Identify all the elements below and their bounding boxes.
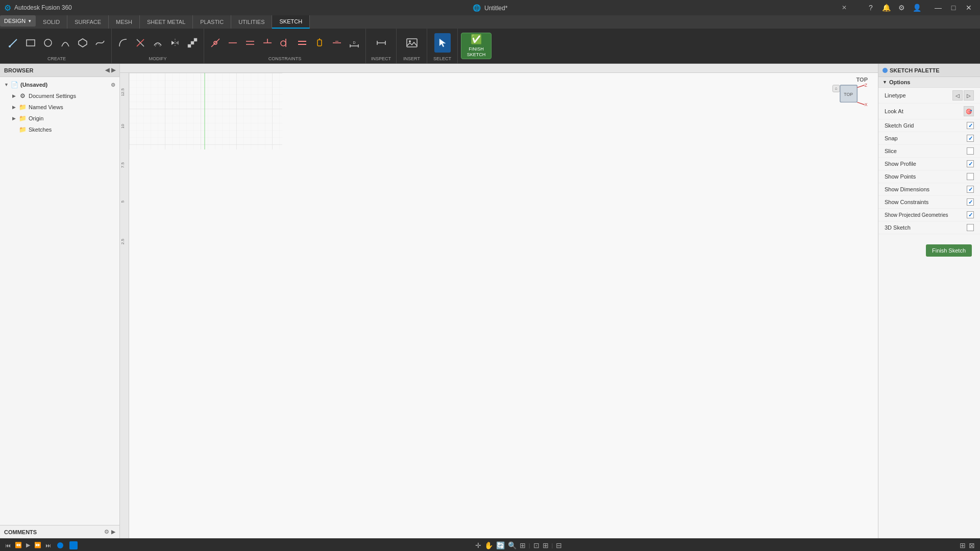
tangent-btn[interactable] [277, 33, 293, 53]
browser-item-doc-settings[interactable]: ▶ ⚙ Document Settings [0, 90, 119, 102]
3d-sketch-checkbox[interactable] [967, 224, 974, 231]
show-projected-checkbox[interactable] [967, 211, 974, 218]
browser-item-named-views[interactable]: ▶ 📁 Named Views [0, 102, 119, 113]
equal-btn[interactable] [294, 33, 310, 53]
finish-sketch-check-icon: ✅ [471, 34, 482, 45]
browser-expand-icon[interactable]: ◀ [105, 67, 109, 73]
trim-btn[interactable] [132, 33, 149, 53]
3d-sketch-label: 3D Sketch [885, 224, 911, 231]
dimension-btn[interactable]: D [346, 33, 362, 53]
mirror-btn[interactable] [167, 33, 183, 53]
rectangle-tool-btn[interactable] [22, 33, 39, 53]
palette-options-section[interactable]: ▼ Options [878, 77, 980, 88]
show-dimensions-checkbox[interactable] [967, 186, 974, 193]
snap-checkbox[interactable] [967, 135, 974, 142]
layout-icon-2[interactable]: ⊠ [969, 541, 975, 549]
tab-solid[interactable]: SOLID [36, 15, 67, 29]
insert-image-btn[interactable] [404, 33, 420, 53]
sketch-canvas[interactable] [129, 73, 282, 149]
polygon-tool-btn[interactable] [75, 33, 91, 53]
svg-text:TOP: TOP [844, 92, 853, 97]
line-tool-btn[interactable] [5, 33, 21, 53]
file-icon: 📄 [10, 81, 18, 89]
nav-icon-1[interactable]: ✛ [475, 541, 481, 549]
statusbar-center: ✛ ✋ 🔄 🔍 ⊞ | ⊡ ⊞ | ⊟ [475, 541, 562, 549]
grid-icon[interactable]: ⊞ [543, 541, 549, 549]
slice-checkbox[interactable] [967, 147, 974, 155]
create-label: CREATE [47, 56, 66, 61]
finish-sketch-toolbar-btn[interactable]: ✅ FINISH SKETCH [461, 33, 492, 59]
maximize-btn[interactable]: □ [946, 1, 961, 15]
collinear-btn[interactable] [225, 33, 241, 53]
play-next-btn[interactable]: ⏩ [34, 542, 41, 548]
palette-row-show-profile: Show Profile [878, 158, 980, 170]
account-btn[interactable]: 👤 [910, 1, 924, 15]
toolbar-group-modify: MODIFY [112, 29, 204, 63]
browser-options-icon[interactable]: ▶ [111, 67, 115, 73]
sketch-grid-label: Sketch Grid [885, 122, 914, 129]
view-cube[interactable]: TOP TOP Z X ⌂ [827, 77, 868, 107]
perpendicular-btn[interactable] [259, 33, 276, 53]
show-dimensions-label: Show Dimensions [885, 186, 929, 192]
arrow-icon: ▶ [12, 116, 18, 121]
settings-btn[interactable]: ⚙ [894, 1, 909, 15]
show-constraints-checkbox[interactable] [967, 198, 974, 206]
fix-btn[interactable] [311, 33, 328, 53]
circle-tool-btn[interactable] [40, 33, 56, 53]
nav-icon-2[interactable]: ✋ [484, 541, 493, 549]
nav-icon-5[interactable]: ⊞ [520, 541, 526, 549]
inspect-btn[interactable] [373, 33, 389, 53]
nav-icon-3[interactable]: 🔄 [496, 541, 505, 549]
toolbar-group-select: SELECT [427, 29, 458, 63]
ribbon: DESIGN ▼ SOLID SURFACE MESH SHEET METAL … [0, 15, 980, 64]
comments-expand-icon[interactable]: ▶ [111, 529, 115, 535]
arc-tool-btn[interactable] [57, 33, 74, 53]
more-options-icon[interactable]: ⊟ [556, 541, 562, 549]
slice-label: Slice [885, 148, 897, 154]
offset-btn[interactable] [150, 33, 166, 53]
parallel-btn[interactable] [242, 33, 258, 53]
fillet-btn[interactable] [115, 33, 131, 53]
spline-tool-btn[interactable] [92, 33, 108, 53]
design-dropdown[interactable]: DESIGN ▼ [0, 15, 36, 27]
svg-point-1 [9, 45, 11, 47]
minimize-btn[interactable]: — [931, 1, 945, 15]
browser-item-sketches[interactable]: ▶ 📁 Sketches [0, 124, 119, 135]
palette-row-3d-sketch: 3D Sketch [878, 221, 980, 234]
browser-item-origin[interactable]: ▶ 📁 Origin [0, 113, 119, 124]
tab-mesh[interactable]: MESH [109, 15, 140, 29]
nav-icon-4[interactable]: 🔍 [508, 541, 517, 549]
tab-sketch[interactable]: SKETCH [272, 15, 310, 29]
lookat-button[interactable]: 🎯 [964, 106, 974, 116]
horizontal-btn[interactable] [329, 33, 345, 53]
tab-utilities[interactable]: UTILITIES [231, 15, 272, 29]
play-prev-btn[interactable]: ⏪ [15, 542, 22, 548]
finish-sketch-palette-btn[interactable]: Finish Sketch [926, 244, 972, 257]
show-points-checkbox[interactable] [967, 173, 974, 180]
linetype-btn-2[interactable]: ▷ [964, 90, 974, 101]
display-mode-icon[interactable]: ⊡ [533, 541, 540, 549]
close-document-btn[interactable]: ✕ [837, 1, 851, 15]
close-btn[interactable]: ✕ [962, 1, 976, 15]
timeline-item-icon [69, 541, 78, 549]
select-btn[interactable] [434, 33, 451, 53]
play-btn[interactable]: ▶ [26, 542, 30, 548]
linetype-btn-1[interactable]: ◁ [952, 90, 963, 101]
pattern-btn[interactable] [184, 33, 201, 53]
tab-sheet-metal[interactable]: SHEET METAL [140, 15, 193, 29]
browser-item-unsaved[interactable]: ▼ 📄 (Unsaved) ⚙ [0, 79, 119, 90]
layout-icon-1[interactable]: ⊞ [960, 541, 966, 549]
notifications-btn[interactable]: 🔔 [879, 1, 893, 15]
coincident-btn[interactable] [207, 33, 224, 53]
canvas-area[interactable]: TOP TOP Z X ⌂ 2.5 [120, 64, 878, 538]
comments-toggle-icon[interactable]: ⚙ [104, 529, 109, 535]
play-first-btn[interactable]: ⏮ [5, 542, 11, 548]
play-last-btn[interactable]: ⏭ [45, 542, 51, 548]
tab-surface[interactable]: SURFACE [67, 15, 109, 29]
tab-plastic[interactable]: PLASTIC [193, 15, 231, 29]
timeline-position[interactable] [57, 542, 63, 548]
help-btn[interactable]: ? [864, 1, 878, 15]
view-cube-svg[interactable]: TOP Z X ⌂ [832, 83, 868, 107]
show-profile-checkbox[interactable] [967, 160, 974, 167]
sketch-grid-checkbox[interactable] [967, 122, 974, 129]
